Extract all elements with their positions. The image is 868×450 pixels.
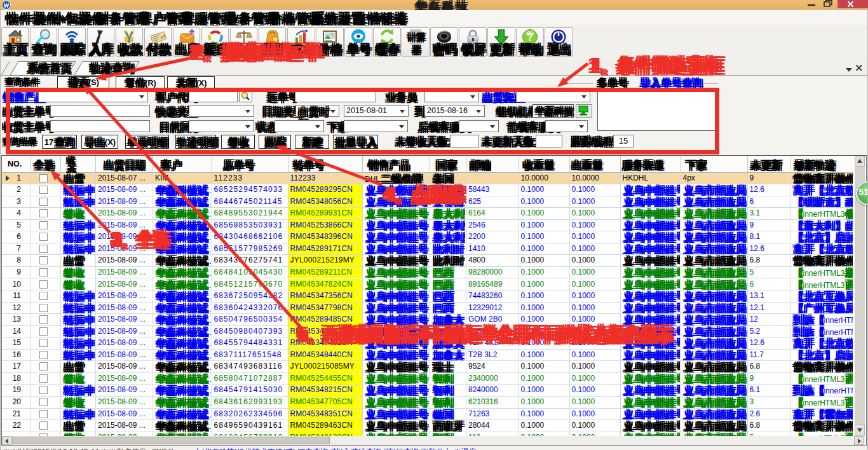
svg-text:2、搜索出运单: 2、搜索出运单 <box>188 41 320 60</box>
svg-text:1、条件筛选宽框: 1、条件筛选宽框 <box>588 54 721 74</box>
svg-text:3、全选: 3、全选 <box>109 228 167 248</box>
svg-text:5、再搜索刷新后不同的运单会用不同的状态颜色显示: 5、再搜索刷新后不同的运单会用不同的状态颜色显示 <box>295 323 670 343</box>
svg-text:4、点跟踪: 4、点跟踪 <box>382 183 462 203</box>
